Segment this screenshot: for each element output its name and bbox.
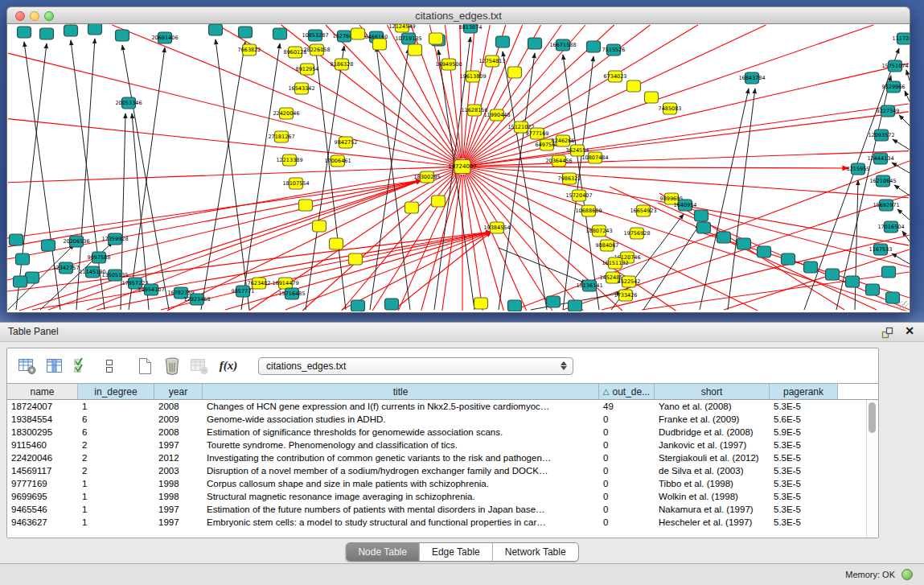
network-node[interactable]: 15751074: [881, 60, 908, 72]
network-node[interactable]: 12342757: [52, 262, 79, 274]
network-node[interactable]: 17006461: [324, 155, 351, 167]
network-node[interactable]: [429, 33, 443, 44]
network-node[interactable]: [42, 240, 55, 251]
network-node[interactable]: 1117204: [893, 33, 910, 44]
table-row[interactable]: 911546021997Tourette syndrome. Phenomeno…: [7, 439, 866, 451]
tab-network-table[interactable]: Network Table: [492, 543, 578, 561]
network-node[interactable]: 15720407: [565, 190, 592, 201]
network-node[interactable]: 7623402: [248, 278, 271, 289]
table-row[interactable]: 1938455462009Genome-wide association stu…: [7, 413, 866, 426]
network-node[interactable]: 7485083: [659, 103, 682, 114]
network-node[interactable]: 1640954: [674, 200, 697, 211]
network-node[interactable]: 7986322: [558, 173, 581, 184]
network-node[interactable]: 8215955: [847, 163, 870, 175]
show-columns-button[interactable]: [44, 356, 65, 377]
network-node[interactable]: [587, 41, 601, 52]
network-node[interactable]: [627, 80, 641, 92]
network-node[interactable]: [409, 44, 422, 56]
network-node[interactable]: 20206536: [63, 236, 89, 247]
column-header-out_de[interactable]: △out_de...: [599, 384, 655, 399]
float-panel-icon[interactable]: [881, 327, 893, 339]
network-window-titlebar[interactable]: citations_edges.txt: [6, 6, 910, 24]
network-node[interactable]: [758, 246, 771, 257]
network-node[interactable]: 12124549: [388, 24, 415, 32]
network-node[interactable]: [547, 296, 561, 307]
network-node[interactable]: [385, 299, 399, 310]
network-node[interactable]: 19613809: [459, 71, 486, 82]
network-node[interactable]: [804, 262, 818, 273]
network-node[interactable]: [882, 266, 896, 278]
network-node[interactable]: 11990448: [483, 109, 510, 121]
network-node[interactable]: [239, 27, 253, 38]
network-node[interactable]: [474, 298, 488, 309]
column-header-pagerank[interactable]: pagerank: [770, 384, 838, 399]
column-header-title[interactable]: title: [203, 384, 599, 399]
column-header-name[interactable]: name: [7, 384, 78, 399]
network-node[interactable]: [886, 292, 900, 303]
network-node[interactable]: 27181267: [268, 131, 294, 142]
network-node[interactable]: [569, 300, 582, 311]
network-node[interactable]: 8813074: [459, 24, 483, 33]
network-node[interactable]: [432, 196, 446, 207]
network-node[interactable]: 10719135: [395, 33, 421, 44]
network-node[interactable]: 16210645: [869, 175, 896, 187]
function-builder-button[interactable]: f(x): [216, 356, 240, 377]
network-node[interactable]: 16151132: [602, 257, 628, 269]
network-node[interactable]: [866, 284, 880, 295]
network-node[interactable]: [16, 253, 30, 265]
tab-node-table[interactable]: Node Table: [346, 543, 419, 561]
network-node[interactable]: [717, 232, 731, 243]
network-node[interactable]: [349, 253, 363, 265]
table-row[interactable]: 1872400712008Changes of HCN gene express…: [7, 400, 866, 413]
memory-status-indicator[interactable]: [901, 569, 913, 580]
network-node[interactable]: 20364456: [545, 155, 572, 167]
table-scrollbar[interactable]: [866, 400, 878, 538]
network-node[interactable]: 19756928: [623, 228, 650, 239]
network-node[interactable]: 10853287: [302, 30, 328, 41]
network-node[interactable]: 20691406: [151, 32, 178, 43]
network-node[interactable]: 12754813: [478, 56, 505, 67]
network-node[interactable]: 12093572: [868, 130, 894, 141]
network-node[interactable]: [737, 238, 751, 249]
network-node[interactable]: 9097588: [88, 252, 111, 263]
network-node[interactable]: 16654923: [630, 205, 656, 216]
network-node[interactable]: [782, 253, 795, 265]
network-node[interactable]: [88, 24, 102, 35]
network-node[interactable]: [64, 25, 78, 36]
delete-column-button[interactable]: [162, 356, 183, 377]
network-node[interactable]: [351, 28, 365, 39]
table-row[interactable]: 946554611997Estimation of the future num…: [7, 503, 866, 516]
network-node[interactable]: [496, 36, 510, 47]
network-node[interactable]: 22420046: [273, 108, 299, 119]
new-column-button[interactable]: [134, 356, 155, 377]
network-node[interactable]: 18807243: [585, 225, 612, 237]
column-header-in_degree[interactable]: in_degree: [78, 384, 154, 399]
network-node[interactable]: [273, 28, 287, 39]
network-node[interactable]: [405, 202, 419, 213]
network-node[interactable]: 7663822: [238, 44, 261, 56]
network-node[interactable]: [18, 27, 31, 38]
network-node[interactable]: [508, 67, 522, 78]
table-row[interactable]: 1456911722003Disruption of a novel membe…: [7, 464, 866, 477]
table-row[interactable]: 969969511998Structural magnetic resonanc…: [7, 490, 866, 503]
network-node[interactable]: [209, 24, 223, 35]
network-node[interactable]: 9857771: [232, 286, 255, 297]
network-node[interactable]: 1733426: [614, 290, 638, 301]
network-node[interactable]: [528, 38, 542, 49]
network-node[interactable]: 14954107: [138, 284, 164, 295]
network-node[interactable]: [695, 210, 708, 221]
column-header-year[interactable]: year: [154, 384, 203, 399]
select-rows-button[interactable]: [72, 356, 92, 377]
table-settings-button[interactable]: [17, 356, 38, 377]
network-node[interactable]: [313, 220, 326, 232]
network-node[interactable]: [508, 300, 522, 311]
network-node[interactable]: [826, 269, 840, 280]
network-node[interactable]: 28226058: [303, 44, 330, 56]
network-node[interactable]: 16843784: [738, 72, 765, 84]
network-node[interactable]: 16543342: [288, 83, 314, 94]
network-node[interactable]: 15716485: [278, 288, 305, 299]
network-node[interactable]: [697, 222, 711, 233]
network-canvas[interactable]: 2069140610853287152760264661601071913588…: [6, 24, 910, 313]
network-node[interactable]: 10688609: [575, 205, 602, 216]
network-node[interactable]: 17016504: [877, 221, 904, 233]
